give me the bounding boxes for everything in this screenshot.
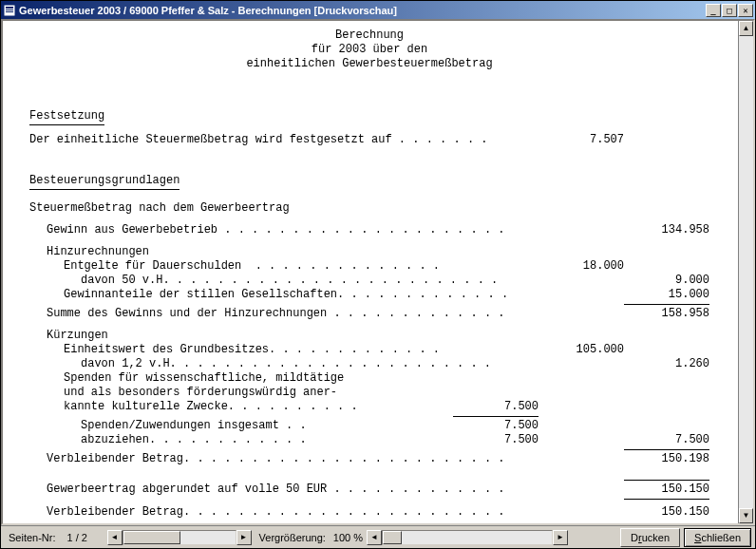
svg-rect-2 — [6, 9, 13, 10]
heading-line1: Berechnung — [29, 28, 709, 43]
app-icon — [3, 4, 16, 17]
label-kuerzungen: Kürzungen — [29, 329, 709, 343]
zoom-scrollbar[interactable]: ◄ ► — [367, 530, 568, 545]
row-abgerundet: Gewerbeertrag abgerundet auf volle 50 EU… — [29, 483, 709, 497]
window-title: Gewerbesteuer 2003 / 69000 Pfeffer & Sal… — [19, 5, 706, 16]
row-verbleibend1: Verbleibender Betrag. . . . . . . . . . … — [29, 452, 709, 466]
zoom-value: 100 % — [333, 532, 363, 543]
page-scroll-track[interactable] — [123, 530, 236, 545]
heading-line2: für 2003 über den — [29, 43, 709, 57]
row-entgelte: Entgelte für Dauerschulden . . . . . . .… — [29, 259, 709, 274]
titlebar: Gewerbesteuer 2003 / 69000 Pfeffer & Sal… — [1, 1, 755, 19]
preview-area: Berechnung für 2003 über den einheitlich… — [1, 19, 755, 525]
row-gewinnanteile: Gewinnanteile der stillen Gesellschaften… — [29, 288, 709, 302]
zoom-minus-button[interactable]: ◄ — [367, 530, 382, 545]
vertical-scrollbar[interactable]: ▲ ▼ — [738, 21, 753, 523]
close-button[interactable]: ✕ — [738, 4, 753, 17]
minimize-button[interactable]: _ — [706, 4, 721, 17]
statusbar: Seiten-Nr: 1 / 2 ◄ ► Vergrößerung: 100 %… — [1, 525, 755, 548]
row-gewinn: Gewinn aus Gewerbebetrieb . . . . . . . … — [29, 223, 709, 237]
section-festsetzung: Festsetzung — [29, 109, 104, 125]
sub-heading: Steuermeßbetrag nach dem Gewerbeertrag — [29, 201, 709, 216]
heading-line3: einheitlichen Gewerbesteuermeßbetrag — [29, 57, 709, 71]
app-window: Gewerbesteuer 2003 / 69000 Pfeffer & Sal… — [0, 0, 756, 549]
row-davon50: davon 50 v.H. . . . . . . . . . . . . . … — [29, 274, 709, 288]
spenden-line1: Spenden für wissenschaftliche, mildtätig… — [29, 371, 709, 386]
row-davon12: davon 1,2 v.H. . . . . . . . . . . . . .… — [29, 357, 709, 371]
page-label: Seiten-Nr: — [5, 532, 60, 543]
close-preview-button[interactable]: Schließen — [684, 528, 751, 547]
page-prev-button[interactable]: ◄ — [107, 530, 123, 545]
section-besteuerung: Besteuerungsgrundlagen — [29, 174, 180, 190]
zoom-scroll-thumb[interactable] — [383, 531, 402, 544]
row-verbleibend2: Verbleibender Betrag. . . . . . . . . . … — [29, 505, 709, 520]
row-spenden3: kannte kulturelle Zwecke. . . . . . . . … — [29, 400, 709, 414]
row-spenden-insgesamt: Spenden/Zuwendungen insgesamt . . 7.500 — [29, 419, 709, 433]
spenden-line2: und als besonders förderungswürdig aner- — [29, 386, 709, 400]
scroll-down-button[interactable]: ▼ — [739, 508, 753, 523]
row-abzuziehen: abzuziehen. . . . . . . . . . . . 7.500 … — [29, 433, 709, 447]
print-button[interactable]: Drucken — [620, 528, 680, 547]
row-summe: Summe des Gewinns und der Hinzurechnunge… — [29, 307, 709, 321]
row-festsetzung: Der einheitliche Steuermeßbetrag wird fe… — [29, 133, 709, 147]
page-next-button[interactable]: ► — [236, 530, 252, 545]
svg-rect-3 — [6, 11, 13, 12]
page-scroll-thumb[interactable] — [123, 531, 180, 544]
scroll-track[interactable] — [739, 36, 753, 508]
zoom-label: Vergrößerung: — [255, 532, 330, 543]
maximize-button[interactable]: □ — [722, 4, 737, 17]
scroll-up-button[interactable]: ▲ — [739, 21, 753, 36]
page-number: 1 / 2 — [64, 530, 104, 545]
label-hinzurechnungen: Hinzurechnungen — [29, 245, 709, 259]
zoom-plus-button[interactable]: ► — [553, 530, 568, 545]
document-page: Berechnung für 2003 über den einheitlich… — [3, 21, 738, 523]
svg-rect-1 — [6, 7, 13, 9]
zoom-scroll-track[interactable] — [382, 530, 553, 545]
page-scrollbar[interactable]: ◄ ► — [107, 530, 252, 545]
row-einheitswert: Einheitswert des Grundbesitzes. . . . . … — [29, 343, 709, 357]
